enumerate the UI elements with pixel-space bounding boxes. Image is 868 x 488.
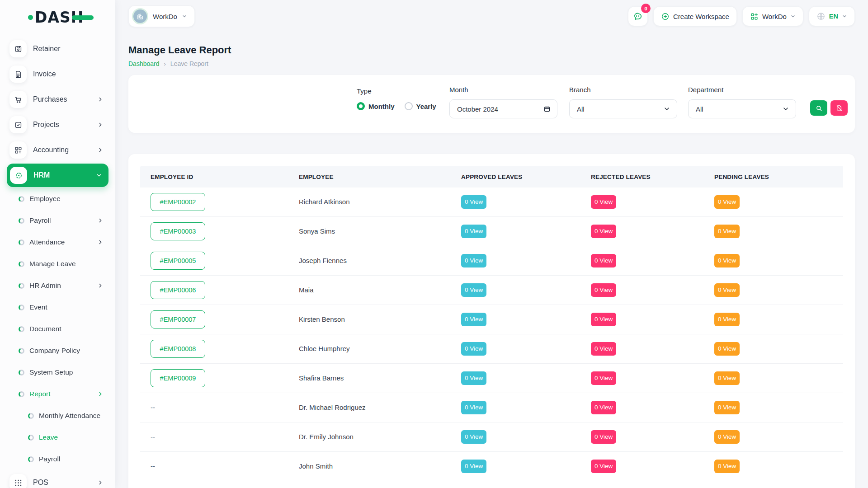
rejected-leaves-view-button[interactable]: 0 View <box>591 460 616 473</box>
employee-id-badge[interactable]: #EMP00007 <box>151 310 205 328</box>
pending-leaves-view-button[interactable]: 0 View <box>714 313 740 326</box>
sidebar-item-monthly-attendance[interactable]: Monthly Attendance <box>0 405 115 427</box>
employee-id-badge[interactable]: #EMP00003 <box>151 222 205 240</box>
employee-id-badge[interactable]: #EMP00002 <box>151 193 205 211</box>
pending-leaves-view-button[interactable]: 0 View <box>714 225 740 238</box>
sidebar-item-hr-admin[interactable]: HR Admin <box>0 275 115 296</box>
employee-id-badge[interactable]: #EMP00006 <box>151 281 205 299</box>
sidebar-item-company-policy[interactable]: Company Policy <box>0 340 115 361</box>
radio-monthly[interactable]: Monthly <box>357 102 395 110</box>
branch-select[interactable]: All <box>569 99 677 118</box>
sidebar-item-manage-leave[interactable]: Manage Leave <box>0 253 115 275</box>
radio-monthly-label: Monthly <box>368 103 395 110</box>
logo-dot-icon <box>28 15 33 20</box>
sidebar-item-label: Report <box>29 390 51 398</box>
submenu-bullet-icon <box>28 413 34 419</box>
table-row: --Emily Davis0 View0 View0 View <box>140 481 843 488</box>
sidebar-item-document[interactable]: Document <box>0 318 115 340</box>
pending-leaves-view-button[interactable]: 0 View <box>714 283 740 297</box>
sidebar-item-payroll[interactable]: Payroll <box>0 448 115 470</box>
main-area: WorkDo 0 <box>115 0 868 488</box>
pending-leaves-view-button[interactable]: 0 View <box>714 430 740 444</box>
plus-circle-icon <box>661 12 670 21</box>
sidebar-item-system-setup[interactable]: System Setup <box>0 361 115 383</box>
breadcrumb-dashboard-link[interactable]: Dashboard <box>128 60 160 67</box>
topbar-actions: 0 Create Workspace WorkDo <box>628 6 855 26</box>
chevron-down-icon <box>842 14 847 19</box>
approved-leaves-view-button[interactable]: 0 View <box>461 313 486 326</box>
rejected-leaves-view-button[interactable]: 0 View <box>591 401 616 414</box>
employee-name: Sonya Sims <box>299 227 335 235</box>
sidebar-item-employee[interactable]: Employee <box>0 188 115 210</box>
sidebar-item-accounting[interactable]: Accounting <box>0 137 115 163</box>
rejected-leaves-view-button[interactable]: 0 View <box>591 342 616 356</box>
rejected-leaves-view-button[interactable]: 0 View <box>591 371 616 385</box>
approved-leaves-view-button[interactable]: 0 View <box>461 254 486 267</box>
sidebar-item-attendance[interactable]: Attendance <box>0 231 115 253</box>
pending-leaves-view-button[interactable]: 0 View <box>714 401 740 414</box>
rejected-leaves-view-button[interactable]: 0 View <box>591 283 616 297</box>
table-row: --John Smith0 View0 View0 View <box>140 452 843 481</box>
file-export-icon <box>835 104 843 112</box>
rejected-leaves-view-button[interactable]: 0 View <box>591 195 616 209</box>
column-header-pending-leaves: PENDING LEAVES <box>704 174 843 180</box>
sidebar-item-label: Payroll <box>29 216 51 225</box>
topbar: WorkDo 0 <box>115 0 868 33</box>
sidebar-item-projects[interactable]: Projects <box>0 112 115 137</box>
messages-button[interactable]: 0 <box>628 6 648 26</box>
search-button[interactable] <box>810 100 827 116</box>
sidebar-item-leave[interactable]: Leave <box>0 427 115 448</box>
sidebar-item-label: Leave <box>39 433 58 441</box>
sidebar-item-report[interactable]: Report <box>0 383 115 405</box>
month-input[interactable]: October 2024 <box>449 99 557 118</box>
approved-leaves-view-button[interactable]: 0 View <box>461 401 486 414</box>
sidebar-item-invoice[interactable]: Invoice <box>0 61 115 87</box>
pending-leaves-view-button[interactable]: 0 View <box>714 371 740 385</box>
workspace-selector[interactable]: WorkDo <box>128 5 195 27</box>
rejected-leaves-view-button[interactable]: 0 View <box>591 254 616 267</box>
sidebar-item-payroll[interactable]: Payroll <box>0 210 115 231</box>
export-button[interactable] <box>830 100 848 116</box>
column-header-rejected-leaves: REJECTED LEAVES <box>580 174 704 180</box>
rejected-leaves-view-button[interactable]: 0 View <box>591 225 616 238</box>
dash-logo[interactable]: DASH <box>28 10 94 25</box>
employee-id-badge[interactable]: #EMP00008 <box>151 340 205 358</box>
sidebar-item-purchases[interactable]: Purchases <box>0 87 115 112</box>
radio-yearly[interactable]: Yearly <box>405 102 436 110</box>
sidebar-item-label: HRM <box>33 171 50 179</box>
sidebar-item-event[interactable]: Event <box>0 296 115 318</box>
submenu-bullet-icon <box>19 305 24 310</box>
approved-leaves-view-button[interactable]: 0 View <box>461 460 486 473</box>
employee-id-badge[interactable]: #EMP00005 <box>151 252 205 270</box>
approved-leaves-view-button[interactable]: 0 View <box>461 371 486 385</box>
search-icon <box>815 104 823 112</box>
sidebar-item-hrm[interactable]: HRM <box>7 164 108 187</box>
rejected-leaves-view-button[interactable]: 0 View <box>591 430 616 444</box>
approved-leaves-view-button[interactable]: 0 View <box>461 195 486 209</box>
sidebar-item-label: Monthly Attendance <box>39 412 100 420</box>
type-filter: Type Monthly Yearly <box>357 87 436 110</box>
department-filter: Department All <box>688 86 796 118</box>
pending-leaves-view-button[interactable]: 0 View <box>714 195 740 209</box>
chat-dots <box>636 15 642 17</box>
sidebar-item-pos[interactable]: POS <box>0 470 115 488</box>
approved-leaves-view-button[interactable]: 0 View <box>461 225 486 238</box>
chevron-right-icon <box>97 282 104 289</box>
rejected-leaves-view-button[interactable]: 0 View <box>591 313 616 326</box>
approved-leaves-view-button[interactable]: 0 View <box>461 430 486 444</box>
pending-leaves-view-button[interactable]: 0 View <box>714 254 740 267</box>
employee-id-badge[interactable]: #EMP00009 <box>151 369 205 387</box>
radio-selected-icon <box>357 102 365 110</box>
breadcrumb-current: Leave Report <box>170 60 208 67</box>
create-workspace-button[interactable]: Create Workspace <box>653 6 737 26</box>
sidebar-item-retainer[interactable]: Retainer <box>0 36 115 61</box>
chevron-right-icon <box>97 239 104 245</box>
department-select[interactable]: All <box>688 99 796 118</box>
employee-name: Dr. Michael Rodriguez <box>299 404 366 411</box>
workdo-menu-button[interactable]: WorkDo <box>742 6 803 26</box>
approved-leaves-view-button[interactable]: 0 View <box>461 283 486 297</box>
pending-leaves-view-button[interactable]: 0 View <box>714 342 740 356</box>
language-selector[interactable]: EN <box>809 6 855 26</box>
pending-leaves-view-button[interactable]: 0 View <box>714 460 740 473</box>
approved-leaves-view-button[interactable]: 0 View <box>461 342 486 356</box>
